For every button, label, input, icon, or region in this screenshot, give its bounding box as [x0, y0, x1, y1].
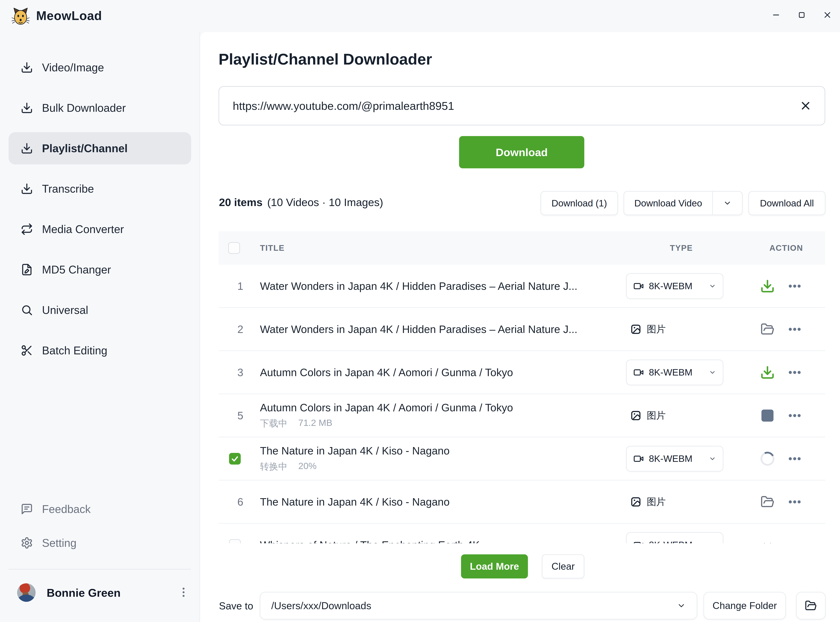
column-title: TITLE — [260, 231, 285, 265]
minimize-button[interactable] — [769, 8, 783, 22]
format-label: 8K-WEBM — [649, 453, 692, 464]
save-path-select[interactable]: /Users/xxx/Downloads — [260, 592, 697, 619]
row-index: 6 — [228, 480, 252, 523]
sidebar-item-feedback[interactable]: Feedback — [9, 493, 191, 525]
download-button[interactable]: Download — [459, 136, 584, 168]
file-pen-icon — [21, 264, 33, 276]
image-icon — [631, 410, 641, 421]
stop-icon[interactable] — [761, 410, 773, 422]
sidebar-item-video-image[interactable]: Video/Image — [9, 51, 191, 84]
user-profile[interactable]: Bonnie Green — [0, 583, 200, 602]
sidebar-item-label: Bulk Downloader — [42, 101, 126, 114]
action-slot — [759, 539, 776, 543]
table-body: 1Water Wonders in Japan 4K / Hidden Para… — [218, 265, 825, 543]
row-title-cell: Autumn Colors in Japan 4K / Aomori / Gun… — [260, 351, 623, 393]
chevron-down-icon — [709, 369, 716, 376]
type-label: 图片 — [647, 323, 666, 336]
items-summary: 20 items (10 Videos · 10 Images) — [219, 196, 383, 209]
sidebar-item-setting[interactable]: Setting — [9, 527, 191, 559]
format-select[interactable]: 8K-WEBM — [626, 273, 723, 299]
page-title: Playlist/Channel Downloader — [218, 50, 432, 68]
table-header: TITLE TYPE ACTION — [218, 231, 825, 265]
type-label: 图片 — [647, 495, 666, 508]
clear-url-icon[interactable] — [800, 100, 811, 111]
app-title: MeowLoad — [36, 9, 102, 23]
user-name: Bonnie Green — [47, 586, 121, 599]
row-checkbox[interactable] — [229, 453, 241, 465]
status-value: 20% — [298, 460, 316, 473]
format-label: 8K-WEBM — [649, 281, 692, 291]
row-index: 5 — [228, 394, 252, 437]
sidebar-item-bulk-downloader[interactable]: Bulk Downloader — [9, 92, 191, 124]
format-select[interactable]: 8K-WEBM — [626, 532, 723, 543]
title-bar: MeowLoad — [0, 0, 840, 32]
image-icon — [631, 497, 641, 507]
row-status: 转换中20% — [260, 460, 623, 473]
more-menu-icon[interactable] — [787, 537, 802, 543]
download-video-menu[interactable] — [713, 192, 742, 215]
folder-open-icon — [805, 600, 817, 612]
more-menu-icon[interactable] — [787, 408, 802, 423]
type-image: 图片 — [626, 409, 666, 422]
maximize-button[interactable] — [795, 8, 808, 22]
sidebar-item-batch-editing[interactable]: Batch Editing — [9, 334, 191, 367]
table-row: The Nature in Japan 4K / Kiso - Nagano转换… — [218, 438, 825, 480]
cat-icon — [11, 7, 30, 25]
row-title: Autumn Colors in Japan 4K / Aomori / Gun… — [260, 366, 623, 379]
change-folder-button[interactable]: Change Folder — [704, 592, 786, 619]
more-menu-icon[interactable] — [787, 451, 802, 466]
download-all-button[interactable]: Download All — [748, 191, 825, 215]
chevron-down-icon — [709, 541, 716, 543]
url-input[interactable]: https://www.youtube.com/@primalearth8951 — [218, 86, 825, 125]
check-icon — [231, 454, 239, 463]
gear-icon — [21, 537, 33, 549]
open-folder-icon[interactable] — [761, 322, 774, 336]
more-menu-icon[interactable] — [787, 365, 802, 380]
load-more-button[interactable]: Load More — [461, 554, 528, 578]
sidebar-item-transcribe[interactable]: Transcribe — [9, 172, 191, 205]
feedback-icon — [21, 503, 33, 515]
save-path-value: /Users/xxx/Downloads — [271, 600, 677, 611]
clear-button[interactable]: Clear — [542, 554, 584, 578]
download-video-split-button[interactable]: Download Video — [623, 191, 742, 215]
format-select[interactable]: 8K-WEBM — [626, 360, 723, 385]
url-value: https://www.youtube.com/@primalearth8951 — [233, 99, 800, 112]
download-selected-button[interactable]: Download (1) — [541, 191, 618, 215]
sidebar-item-universal[interactable]: Universal — [9, 294, 191, 326]
format-select[interactable]: 8K-WEBM — [626, 446, 723, 471]
download-action-icon[interactable] — [760, 279, 775, 294]
sidebar-item-media-converter[interactable]: Media Converter — [9, 213, 191, 245]
row-title-cell: Water Wonders in Japan 4K / Hidden Parad… — [260, 265, 623, 307]
table-row: 6The Nature in Japan 4K / Kiso - Nagano图… — [218, 480, 825, 524]
more-menu-icon[interactable] — [787, 279, 802, 294]
select-all-checkbox[interactable] — [228, 242, 240, 254]
download-video-label[interactable]: Download Video — [624, 192, 712, 215]
sidebar-item-playlist-channel[interactable]: Playlist/Channel — [9, 132, 191, 165]
table-row: 5Autumn Colors in Japan 4K / Aomori / Gu… — [218, 394, 825, 438]
row-action-cell — [759, 394, 821, 437]
open-folder-button[interactable] — [796, 592, 826, 619]
row-action-cell — [759, 265, 821, 307]
row-title: Autumn Colors in Japan 4K / Aomori / Gun… — [260, 401, 623, 414]
sidebar-item-md5-changer[interactable]: MD5 Changer — [9, 253, 191, 286]
row-checkbox[interactable] — [229, 539, 241, 543]
more-menu-icon[interactable] — [787, 494, 802, 509]
kebab-menu-icon[interactable] — [177, 586, 190, 599]
action-slot — [759, 452, 776, 466]
type-image: 图片 — [626, 323, 666, 336]
chevron-down-icon[interactable] — [761, 539, 774, 543]
row-type-cell: 8K-WEBM — [626, 265, 754, 307]
download-action-icon[interactable] — [760, 365, 775, 380]
action-slot — [759, 322, 776, 336]
maximize-icon — [797, 11, 806, 20]
more-menu-icon[interactable] — [787, 322, 802, 337]
close-button[interactable] — [820, 8, 834, 22]
progress-spinner — [759, 450, 776, 468]
download-icon — [21, 142, 33, 154]
status-label: 转换中 — [260, 460, 287, 473]
repeat-icon — [21, 223, 33, 235]
open-folder-icon[interactable] — [761, 495, 774, 509]
row-title: Water Wonders in Japan 4K / Hidden Parad… — [260, 280, 623, 292]
column-action: ACTION — [770, 231, 803, 265]
row-type-cell: 8K-WEBM — [626, 438, 754, 480]
